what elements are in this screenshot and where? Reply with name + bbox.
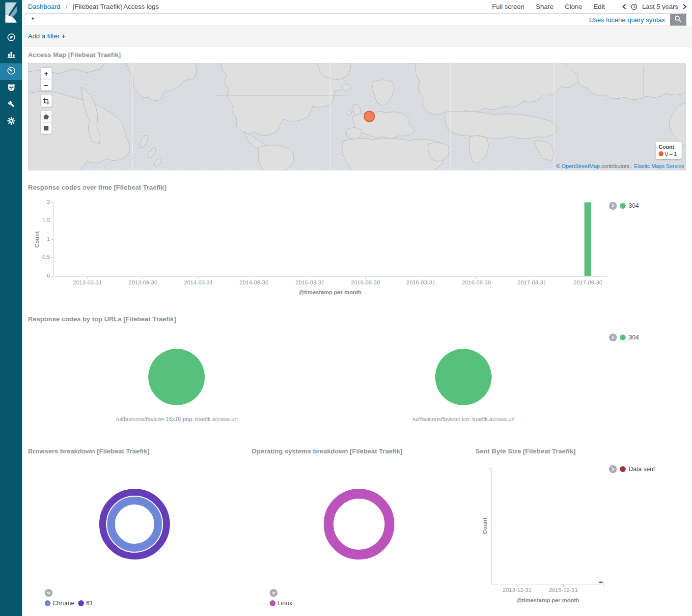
legend-label-304[interactable]: 304 [629, 334, 639, 341]
browsers-donut-chart [95, 485, 174, 563]
legend-item-linux[interactable]: Linux [270, 600, 292, 607]
add-filter-button[interactable]: Add a filter + [28, 32, 65, 40]
draw-rectangle-icon[interactable] [41, 122, 52, 134]
donut-ring-linux[interactable] [329, 494, 389, 555]
kibana-dashboard-page: Dashboard / [Filebeat Traefik] Access lo… [0, 0, 692, 616]
zoom-out-button[interactable]: − [41, 79, 52, 90]
pie-favicon-16x16[interactable] [148, 349, 205, 405]
pie-favicon-ico[interactable] [435, 349, 492, 405]
query-box: Uses lucene query syntax [25, 13, 687, 26]
legend-label-304[interactable]: 304 [629, 202, 639, 209]
plus-icon: + [61, 32, 65, 40]
legend-dot-chrome [45, 600, 51, 606]
map-fit-control [40, 95, 52, 107]
map-attribution: © OpenStreetMap contributors , Elastic M… [556, 163, 684, 169]
os-legend: Linux [270, 589, 292, 607]
zoom-in-button[interactable]: + [41, 68, 52, 79]
clock-icon[interactable] [631, 3, 637, 10]
legend-dot-linux [270, 600, 276, 606]
map-marker-europe[interactable] [364, 112, 375, 122]
breadcrumb-current: [Filebeat Traefik] Access logs [73, 3, 159, 10]
dev-tools-wrench-icon [7, 100, 16, 111]
legend-304: 304 [609, 334, 639, 341]
time-back-chevron-icon[interactable] [622, 4, 626, 9]
y-tick-label: 0.5 [32, 254, 50, 260]
y-axis-line [491, 468, 492, 585]
pie-label: /ui/favicons/favicon.ico: traefik.access… [365, 416, 562, 422]
legend-collapse-icon[interactable] [609, 334, 617, 341]
donut-ring-chrome[interactable] [111, 501, 158, 548]
legend-collapse-icon[interactable] [609, 202, 617, 210]
breadcrumb-separator: / [66, 3, 68, 10]
time-range-label[interactable]: Last 5 years [642, 3, 678, 10]
clone-button[interactable]: Clone [565, 3, 582, 10]
lucene-syntax-link[interactable]: Uses lucene query syntax [589, 14, 665, 26]
time-picker: Last 5 years [622, 3, 687, 10]
map-legend-dot [659, 151, 664, 156]
legend-expand-icon[interactable] [45, 589, 53, 597]
legend-data-sent: Data sent [609, 465, 655, 473]
legend-label-61: 61 [86, 600, 93, 607]
breadcrumb-dashboard-link[interactable]: Dashboard [28, 3, 60, 10]
sidebar-item-visualize[interactable] [0, 47, 22, 63]
edit-button[interactable]: Edit [593, 3, 605, 10]
x-tick-label: 2014-03-31 [176, 280, 221, 285]
sidebar-item-dashboard[interactable] [0, 63, 22, 80]
discover-compass-icon [7, 33, 16, 44]
x-tick-label: 2015-03-31 [288, 280, 332, 285]
legend-dot-304[interactable] [620, 335, 626, 340]
panel-title: Response codes by top URLs [Filebeat Tra… [28, 315, 176, 323]
legend-dot-304[interactable] [620, 203, 626, 209]
legend-label-data-sent[interactable]: Data sent [629, 466, 655, 473]
search-icon [674, 15, 682, 24]
elastic-maps-link[interactable]: Elastic Maps Service [634, 163, 684, 169]
y-axis-title: Count [482, 511, 488, 540]
monitoring-icon [7, 83, 16, 94]
panel-title: Sent Byte Size [Filebeat Traefik] [475, 448, 576, 455]
x-axis-title: @timestamp per month [491, 597, 605, 603]
kibana-logo[interactable] [0, 0, 22, 27]
visualize-bar-chart-icon [7, 50, 16, 60]
search-button[interactable] [670, 14, 686, 26]
legend-expand-icon[interactable] [270, 589, 277, 597]
os-donut-chart [320, 485, 398, 563]
openstreetmap-link[interactable]: © OpenStreetMap [556, 163, 600, 169]
full-screen-button[interactable]: Full screen [492, 3, 525, 10]
management-gear-icon [7, 116, 16, 127]
legend-label-linux: Linux [277, 600, 292, 607]
draw-polygon-icon[interactable] [41, 111, 52, 122]
legend-dot-data-sent[interactable] [620, 466, 626, 472]
y-tick-label: 1 [32, 236, 50, 242]
fit-bounds-icon[interactable] [41, 95, 52, 107]
x-tick-label: 2013-12-31 [495, 587, 539, 593]
x-axis-line [53, 276, 607, 277]
top-menu: Full screen Share Clone Edit Last 5 year… [492, 0, 687, 13]
sidebar-item-dev-tools[interactable] [0, 97, 22, 113]
data-sent-point[interactable] [599, 582, 603, 583]
x-tick-label: 2013-03-31 [65, 280, 110, 285]
bar-304-2017-09-30[interactable] [584, 202, 591, 276]
legend-label-chrome: Chrome [53, 600, 74, 607]
y-axis-line [53, 202, 54, 277]
share-button[interactable]: Share [536, 3, 554, 10]
map-legend: Count 0 – 1 [656, 142, 682, 159]
y-tick-label: 1.5 [32, 217, 50, 223]
x-axis-title: @timestamp per month [53, 289, 607, 295]
query-input[interactable] [25, 14, 589, 26]
legend-collapse-icon[interactable] [609, 465, 617, 473]
world-map[interactable]: + − Count [28, 63, 686, 170]
breadcrumb: Dashboard / [Filebeat Traefik] Access lo… [28, 0, 159, 13]
panel-title: Access Map [Filebeat Traefik] [28, 51, 121, 58]
sidebar-item-monitoring[interactable] [0, 80, 22, 97]
legend-dot-61 [78, 600, 84, 606]
sidebar-item-discover[interactable] [0, 30, 22, 47]
legend-item-chrome[interactable]: Chrome [45, 600, 74, 607]
dashboard-area: Access Map [Filebeat Traefik] [22, 47, 692, 616]
x-tick-label: 2017-09-30 [566, 280, 610, 285]
sidebar-item-management[interactable] [0, 113, 22, 130]
sidebar [0, 0, 22, 616]
world-map-svg [28, 63, 686, 170]
legend-item-61[interactable]: 61 [78, 600, 93, 607]
map-legend-range: 0 – 1 [665, 151, 677, 157]
time-forward-chevron-icon[interactable] [683, 4, 687, 9]
